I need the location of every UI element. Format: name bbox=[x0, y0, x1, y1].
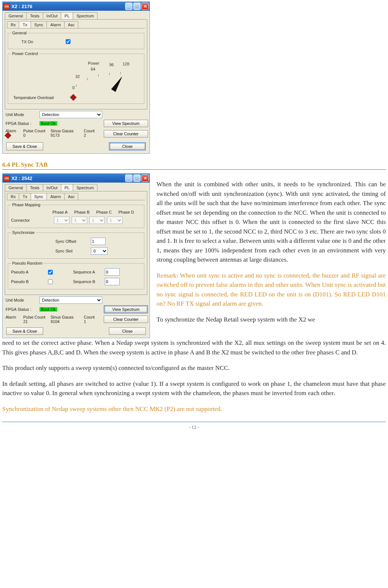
body-text-2-lead: To synchronize the Nedap Retail sweep sy… bbox=[157, 315, 386, 324]
tab-tx[interactable]: Tx bbox=[19, 21, 31, 28]
body-text-5: Synchronization of Nedap sweep systems o… bbox=[2, 404, 386, 414]
remark-text: Remark: When unit sync is active and no … bbox=[157, 271, 386, 309]
sync-offset-label: Sync Offset bbox=[55, 239, 89, 244]
tab-sync[interactable]: Sync bbox=[31, 193, 47, 200]
tabs-sub: Rx Tx Sync Alarm Asc bbox=[7, 21, 145, 28]
group-power-legend: Power Control bbox=[11, 51, 39, 56]
tab-inout[interactable]: In/Out bbox=[43, 12, 61, 19]
fpga-status-value: Boot Ok bbox=[40, 121, 57, 126]
view-spectrum-button[interactable]: View Spectrum bbox=[104, 120, 148, 127]
pseudo-a-label: Pseudo A bbox=[11, 270, 44, 274]
power-tick-128: 128 bbox=[123, 62, 129, 66]
clear-counter-button[interactable]: Clear Counter bbox=[104, 316, 148, 323]
tab-tests[interactable]: Tests bbox=[26, 184, 43, 191]
phase-a-select[interactable]: 1 bbox=[54, 217, 69, 224]
close-window-button[interactable]: ✕ bbox=[141, 3, 149, 10]
unit-mode-select[interactable]: Detection bbox=[40, 296, 102, 304]
sync-slot-label: Sync Slot bbox=[55, 249, 89, 253]
body-text-4: In default setting, all phases are switc… bbox=[2, 379, 386, 398]
tab-asc[interactable]: Asc bbox=[64, 193, 78, 200]
titlebar[interactable]: OS X2 : 2176 _ □ ✕ bbox=[3, 2, 150, 11]
sequence-b-input[interactable] bbox=[105, 278, 120, 285]
fpga-status-value: Boot Ok bbox=[40, 307, 57, 312]
power-tick-64: 64 bbox=[91, 67, 95, 71]
maximize-button[interactable]: □ bbox=[133, 174, 141, 182]
sequence-b-label: Sequence B bbox=[73, 279, 103, 284]
sync-slot-select[interactable]: 0 bbox=[91, 247, 108, 255]
pseudo-a-checkbox[interactable] bbox=[48, 270, 53, 275]
save-close-button[interactable]: Save & Close bbox=[6, 142, 43, 150]
tab-spectrum[interactable]: Spectrum bbox=[73, 12, 97, 19]
stat-values: 0 9173 2 bbox=[6, 133, 102, 139]
tab-alarm[interactable]: Alarm bbox=[47, 21, 65, 28]
close-button[interactable]: Close bbox=[109, 327, 146, 335]
group-power-control: Power Control Power 0 32 64 96 128 bbox=[8, 51, 144, 104]
tab-alarm[interactable]: Alarm bbox=[47, 193, 65, 200]
tab-spectrum[interactable]: Spectrum bbox=[73, 184, 97, 191]
connector-label: Connector bbox=[11, 218, 52, 222]
alarm-indicator-icon bbox=[4, 132, 11, 139]
pseudo-b-label: Pseudo B bbox=[11, 279, 44, 284]
group-general-legend: General bbox=[11, 31, 28, 35]
titlebar[interactable]: OS X2 : 2542 _ □ ✕ bbox=[3, 174, 150, 183]
unit-mode-label: Unit Mode bbox=[6, 112, 38, 117]
minimize-button[interactable]: _ bbox=[125, 174, 133, 182]
minimize-button[interactable]: _ bbox=[125, 3, 133, 10]
power-tick-96: 96 bbox=[109, 62, 114, 67]
fpga-status-label: FPGA Status : bbox=[6, 121, 38, 126]
tab-tests[interactable]: Tests bbox=[26, 12, 43, 19]
temp-overload-label: Temperature Overload bbox=[13, 95, 69, 100]
stat-headers: Alarm Pulse Count Sinus Gauss Count bbox=[6, 129, 102, 133]
group-phase-mapping: Phase Mapping Phase A Phase B Phase C Ph… bbox=[8, 203, 144, 228]
tab-asc[interactable]: Asc bbox=[64, 21, 78, 28]
tab-tx[interactable]: Tx bbox=[19, 193, 31, 200]
tab-rx[interactable]: Rx bbox=[7, 193, 19, 200]
temp-overload-indicator-icon bbox=[70, 94, 76, 101]
phase-c-select[interactable]: 1 bbox=[89, 217, 105, 224]
body-text-2-rest: need to set the correct active phase. Wh… bbox=[2, 338, 386, 357]
tab-inout[interactable]: In/Out bbox=[43, 184, 61, 191]
tx-on-label: TX On bbox=[21, 40, 62, 44]
tab-general[interactable]: General bbox=[5, 184, 27, 191]
tab-sync[interactable]: Sync bbox=[31, 21, 47, 28]
save-close-button[interactable]: Save & Close bbox=[6, 327, 43, 335]
power-tick-0: 0 bbox=[72, 85, 75, 90]
section-divider bbox=[2, 169, 386, 170]
window-title: X2 : 2542 bbox=[11, 176, 32, 181]
group-synchronise: Synchronise Sync Offset Sync Slot 0 bbox=[8, 230, 144, 259]
dialog-x2-tx: OS X2 : 2176 _ □ ✕ General Tests In/Out … bbox=[2, 1, 150, 154]
maximize-button[interactable]: □ bbox=[133, 3, 141, 10]
window-title: X2 : 2176 bbox=[11, 4, 32, 9]
view-spectrum-button[interactable]: View Spectrum bbox=[104, 305, 148, 313]
app-icon: OS bbox=[4, 175, 10, 181]
sequence-a-label: Sequence A bbox=[73, 270, 103, 274]
app-icon: OS bbox=[4, 3, 10, 9]
phase-b-select[interactable]: 1 bbox=[72, 217, 87, 224]
group-pseudo-random: Pseudo Random Pseudo A Sequence A Pseudo… bbox=[8, 261, 144, 289]
body-text-1: When the unit is combined with other uni… bbox=[157, 180, 386, 265]
section-heading: 6.4 PL Sync TAB bbox=[2, 161, 386, 169]
sequence-a-input[interactable] bbox=[105, 268, 120, 276]
pseudo-b-checkbox[interactable] bbox=[48, 279, 53, 284]
dialog-x2-sync: OS X2 : 2542 _ □ ✕ General Tests In/Out … bbox=[2, 173, 150, 338]
phase-d-select[interactable]: 1 bbox=[107, 217, 123, 224]
tab-pl[interactable]: PL bbox=[61, 12, 73, 19]
tab-general[interactable]: General bbox=[5, 12, 27, 19]
unit-mode-label: Unit Mode bbox=[6, 298, 38, 302]
fpga-status-label: FPGA Status : bbox=[6, 307, 38, 312]
unit-mode-select[interactable]: Detection bbox=[40, 111, 102, 118]
body-text-3: This product only supports a sweep syste… bbox=[2, 363, 386, 373]
power-gauge: Power 0 32 64 96 128 bbox=[71, 59, 141, 92]
group-general: General TX On bbox=[8, 31, 144, 49]
tabs-top: General Tests In/Out PL Spectrum bbox=[5, 12, 147, 20]
close-button[interactable]: Close bbox=[109, 142, 146, 150]
close-window-button[interactable]: ✕ bbox=[141, 174, 149, 182]
sync-offset-input[interactable] bbox=[91, 238, 106, 245]
tab-pl[interactable]: PL bbox=[61, 184, 73, 191]
power-label: Power bbox=[88, 61, 99, 65]
page-number: - 12 - bbox=[2, 422, 386, 430]
clear-counter-button[interactable]: Clear Counter bbox=[104, 130, 148, 137]
tab-rx[interactable]: Rx bbox=[7, 21, 19, 28]
tx-on-checkbox[interactable] bbox=[66, 39, 71, 44]
